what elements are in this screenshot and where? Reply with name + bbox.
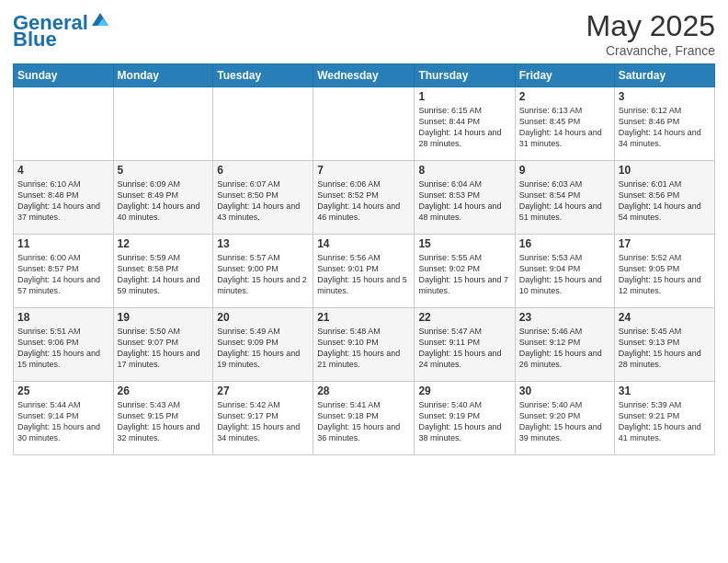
day-info: Sunrise: 5:52 AM Sunset: 9:05 PM Dayligh… <box>619 252 711 297</box>
title-block: May 2025 Cravanche, France <box>586 9 715 58</box>
header: General Blue May 2025 Cravanche, France <box>13 9 715 58</box>
col-friday: Friday <box>515 64 614 87</box>
table-row <box>113 87 213 161</box>
day-number: 3 <box>619 90 711 103</box>
day-number: 17 <box>619 237 711 250</box>
day-number: 13 <box>217 237 309 250</box>
day-number: 2 <box>519 90 610 103</box>
day-number: 4 <box>17 164 109 177</box>
day-info: Sunrise: 6:07 AM Sunset: 8:50 PM Dayligh… <box>217 178 309 224</box>
table-row: 25Sunrise: 5:44 AM Sunset: 9:14 PM Dayli… <box>14 382 114 455</box>
day-info: Sunrise: 5:57 AM Sunset: 9:00 PM Dayligh… <box>217 252 309 297</box>
day-number: 31 <box>619 385 711 397</box>
day-number: 16 <box>519 237 610 250</box>
day-info: Sunrise: 6:13 AM Sunset: 8:45 PM Dayligh… <box>519 105 610 150</box>
day-info: Sunrise: 5:56 AM Sunset: 9:01 PM Dayligh… <box>317 252 410 297</box>
table-row: 8Sunrise: 6:04 AM Sunset: 8:53 PM Daylig… <box>415 161 515 235</box>
day-number: 11 <box>17 237 109 250</box>
day-number: 21 <box>317 311 410 324</box>
table-row: 13Sunrise: 5:57 AM Sunset: 9:00 PM Dayli… <box>213 235 313 308</box>
day-info: Sunrise: 5:41 AM Sunset: 9:18 PM Dayligh… <box>317 399 410 444</box>
day-info: Sunrise: 6:03 AM Sunset: 8:54 PM Dayligh… <box>519 178 610 224</box>
table-row: 17Sunrise: 5:52 AM Sunset: 9:05 PM Dayli… <box>614 235 714 308</box>
table-row: 29Sunrise: 5:40 AM Sunset: 9:19 PM Dayli… <box>415 382 515 455</box>
table-row: 22Sunrise: 5:47 AM Sunset: 9:11 PM Dayli… <box>415 308 515 382</box>
table-row: 23Sunrise: 5:46 AM Sunset: 9:12 PM Dayli… <box>515 308 614 382</box>
day-number: 8 <box>418 164 510 177</box>
day-number: 25 <box>17 385 109 397</box>
day-info: Sunrise: 5:50 AM Sunset: 9:07 PM Dayligh… <box>118 326 210 371</box>
table-row: 15Sunrise: 5:55 AM Sunset: 9:02 PM Dayli… <box>415 235 515 308</box>
table-row: 18Sunrise: 5:51 AM Sunset: 9:06 PM Dayli… <box>14 308 114 382</box>
table-row: 2Sunrise: 6:13 AM Sunset: 8:45 PM Daylig… <box>515 87 614 161</box>
day-number: 20 <box>217 311 309 324</box>
day-info: Sunrise: 6:00 AM Sunset: 8:57 PM Dayligh… <box>17 252 109 297</box>
day-number: 19 <box>118 311 210 324</box>
month-year: May 2025 <box>586 9 715 43</box>
day-info: Sunrise: 5:46 AM Sunset: 9:12 PM Dayligh… <box>519 326 610 371</box>
day-info: Sunrise: 5:51 AM Sunset: 9:06 PM Dayligh… <box>17 326 109 371</box>
col-tuesday: Tuesday <box>213 64 313 87</box>
day-number: 30 <box>519 385 610 397</box>
day-info: Sunrise: 5:39 AM Sunset: 9:21 PM Dayligh… <box>619 399 711 444</box>
logo-icon <box>90 9 110 29</box>
day-info: Sunrise: 6:15 AM Sunset: 8:44 PM Dayligh… <box>418 105 510 150</box>
table-row: 27Sunrise: 5:42 AM Sunset: 9:17 PM Dayli… <box>213 382 313 455</box>
table-row: 24Sunrise: 5:45 AM Sunset: 9:13 PM Dayli… <box>614 308 714 382</box>
page: General Blue May 2025 Cravanche, France … <box>0 0 728 563</box>
day-number: 24 <box>619 311 711 324</box>
calendar-week-row: 25Sunrise: 5:44 AM Sunset: 9:14 PM Dayli… <box>14 382 715 455</box>
table-row: 12Sunrise: 5:59 AM Sunset: 8:58 PM Dayli… <box>113 235 213 308</box>
day-info: Sunrise: 5:49 AM Sunset: 9:09 PM Dayligh… <box>217 326 309 371</box>
day-number: 7 <box>317 164 410 177</box>
day-number: 14 <box>317 237 410 250</box>
table-row: 6Sunrise: 6:07 AM Sunset: 8:50 PM Daylig… <box>213 161 313 235</box>
day-info: Sunrise: 5:45 AM Sunset: 9:13 PM Dayligh… <box>619 326 711 371</box>
table-row: 20Sunrise: 5:49 AM Sunset: 9:09 PM Dayli… <box>213 308 313 382</box>
location: Cravanche, France <box>586 43 715 58</box>
day-number: 22 <box>418 311 510 324</box>
table-row: 14Sunrise: 5:56 AM Sunset: 9:01 PM Dayli… <box>313 235 415 308</box>
day-number: 9 <box>519 164 610 177</box>
day-info: Sunrise: 5:43 AM Sunset: 9:15 PM Dayligh… <box>118 399 210 444</box>
day-number: 18 <box>17 311 109 324</box>
day-number: 6 <box>217 164 309 177</box>
table-row: 5Sunrise: 6:09 AM Sunset: 8:49 PM Daylig… <box>113 161 213 235</box>
day-number: 12 <box>118 237 210 250</box>
day-number: 26 <box>118 385 210 397</box>
day-number: 27 <box>217 385 309 397</box>
day-number: 15 <box>418 237 510 250</box>
day-number: 10 <box>619 164 711 177</box>
table-row <box>14 87 114 161</box>
calendar-week-row: 18Sunrise: 5:51 AM Sunset: 9:06 PM Dayli… <box>14 308 715 382</box>
table-row: 19Sunrise: 5:50 AM Sunset: 9:07 PM Dayli… <box>113 308 213 382</box>
calendar-week-row: 1Sunrise: 6:15 AM Sunset: 8:44 PM Daylig… <box>14 87 715 161</box>
day-info: Sunrise: 5:55 AM Sunset: 9:02 PM Dayligh… <box>418 252 510 297</box>
calendar-table: Sunday Monday Tuesday Wednesday Thursday… <box>13 63 715 455</box>
day-info: Sunrise: 6:09 AM Sunset: 8:49 PM Dayligh… <box>118 178 210 224</box>
table-row: 9Sunrise: 6:03 AM Sunset: 8:54 PM Daylig… <box>515 161 614 235</box>
table-row: 10Sunrise: 6:01 AM Sunset: 8:56 PM Dayli… <box>614 161 714 235</box>
calendar-week-row: 4Sunrise: 6:10 AM Sunset: 8:48 PM Daylig… <box>14 161 715 235</box>
day-number: 28 <box>317 385 410 397</box>
day-number: 29 <box>418 385 510 397</box>
table-row: 4Sunrise: 6:10 AM Sunset: 8:48 PM Daylig… <box>14 161 114 235</box>
day-number: 23 <box>519 311 610 324</box>
day-info: Sunrise: 5:48 AM Sunset: 9:10 PM Dayligh… <box>317 326 410 371</box>
day-info: Sunrise: 5:42 AM Sunset: 9:17 PM Dayligh… <box>217 399 309 444</box>
day-info: Sunrise: 5:53 AM Sunset: 9:04 PM Dayligh… <box>519 252 610 297</box>
col-saturday: Saturday <box>614 64 714 87</box>
day-info: Sunrise: 6:06 AM Sunset: 8:52 PM Dayligh… <box>317 178 410 224</box>
day-info: Sunrise: 5:47 AM Sunset: 9:11 PM Dayligh… <box>418 326 510 371</box>
table-row: 16Sunrise: 5:53 AM Sunset: 9:04 PM Dayli… <box>515 235 614 308</box>
logo: General Blue <box>13 13 110 50</box>
table-row: 26Sunrise: 5:43 AM Sunset: 9:15 PM Dayli… <box>113 382 213 455</box>
day-info: Sunrise: 6:01 AM Sunset: 8:56 PM Dayligh… <box>619 178 711 224</box>
table-row: 3Sunrise: 6:12 AM Sunset: 8:46 PM Daylig… <box>614 87 714 161</box>
day-info: Sunrise: 6:10 AM Sunset: 8:48 PM Dayligh… <box>17 178 109 224</box>
table-row: 28Sunrise: 5:41 AM Sunset: 9:18 PM Dayli… <box>313 382 415 455</box>
day-info: Sunrise: 6:12 AM Sunset: 8:46 PM Dayligh… <box>619 105 711 150</box>
table-row: 21Sunrise: 5:48 AM Sunset: 9:10 PM Dayli… <box>313 308 415 382</box>
col-thursday: Thursday <box>415 64 515 87</box>
table-row <box>213 87 313 161</box>
